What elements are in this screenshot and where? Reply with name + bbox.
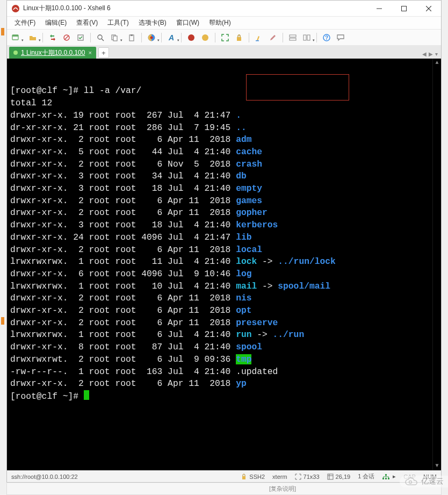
listing-row: drwxr-xr-x. 2 root root 6 Apr 11 2018 pr… — [10, 317, 438, 329]
paste-icon[interactable] — [126, 32, 137, 43]
separator — [249, 33, 249, 42]
separator — [316, 33, 317, 42]
xftp-icon[interactable] — [200, 32, 211, 43]
listing-row: drwxr-xr-x. 3 root root 18 Jul 4 21:40 k… — [10, 219, 438, 232]
maximize-button[interactable] — [392, 1, 416, 17]
menu-window[interactable]: 窗口(W) — [172, 17, 204, 28]
tab-next-icon[interactable]: ▶ — [429, 51, 433, 57]
status-sessions: 1 会话 — [358, 472, 374, 480]
titlebar[interactable]: Linux十期10.0.0.100 - Xshell 6 — [7, 1, 441, 17]
listing-row: drwxr-xr-x. 2 root root 6 Apr 11 2018 go… — [10, 207, 438, 219]
svg-rect-22 — [290, 35, 296, 37]
font-icon[interactable]: A▾ — [166, 32, 177, 43]
minimize-button[interactable] — [367, 1, 392, 17]
listing-row: drwxr-xr-x. 3 root root 34 Jul 4 21:40 d… — [10, 170, 438, 183]
scroll-down-icon[interactable]: ▼ — [435, 462, 438, 470]
listing-row: drwxr-xr-x. 3 root root 18 Jul 4 21:40 e… — [10, 183, 438, 195]
session-tab[interactable]: 1 Linux十期10.0.0.100 × — [9, 47, 96, 59]
status-network-icon: ▸ — [382, 473, 396, 480]
svg-rect-15 — [131, 34, 133, 36]
cursor — [84, 390, 89, 400]
listing-row: drwxr-xr-x. 2 root root 6 Nov 5 2018 cra… — [10, 159, 438, 171]
menu-edit[interactable]: 编辑(E) — [41, 17, 71, 28]
xshell-icon[interactable] — [186, 32, 197, 43]
svg-rect-21 — [256, 40, 259, 41]
status-path: ssh://root@10.0.0.100:22 — [11, 474, 233, 480]
terminal-pane[interactable]: [root@clf ~]# ll -a /var/total 12drwxr-x… — [7, 59, 441, 470]
svg-line-8 — [64, 35, 69, 40]
new-session-icon[interactable]: ▾ — [10, 32, 21, 43]
tab-nav: ◀ ▶ ▾ — [422, 51, 438, 57]
fullscreen-icon[interactable] — [220, 32, 230, 43]
app-window: Linux十期10.0.0.100 - Xshell 6 文件(F) 编辑(E)… — [6, 0, 442, 483]
menu-view[interactable]: 查看(V) — [72, 17, 102, 28]
listing-row: drwxr-xr-x. 24 root root 4096 Jul 4 21:4… — [10, 232, 438, 244]
tab-prev-icon[interactable]: ◀ — [422, 51, 427, 57]
edit-icon[interactable] — [268, 32, 278, 43]
svg-rect-28 — [242, 476, 245, 479]
scroll-up-icon[interactable]: ▲ — [435, 59, 438, 67]
listing-row: drwxr-xr-x. 6 root root 4096 Jul 9 10:46… — [10, 268, 438, 281]
menu-tools[interactable]: 工具(T) — [103, 17, 133, 28]
listing-row: drwxr-xr-x. 2 root root 6 Apr 11 2018 ga… — [10, 195, 438, 207]
listing-row: drwxr-xr-x. 2 root root 6 Apr 11 2018 lo… — [10, 244, 438, 256]
menubar: 文件(F) 编辑(E) 查看(V) 工具(T) 选项卡(B) 窗口(W) 帮助(… — [7, 17, 441, 30]
tab-label: 1 Linux十期10.0.0.100 — [21, 48, 85, 58]
svg-rect-20 — [237, 37, 241, 41]
status-term: xterm — [272, 474, 287, 480]
window-title: Linux十期10.0.0.100 - Xshell 6 — [23, 4, 111, 13]
status-ssh: SSH2 — [241, 474, 265, 480]
listing-row: drwxrwxrwt. 2 root root 6 Jul 9 09:36 tm… — [10, 354, 438, 366]
tab-add-button[interactable]: + — [98, 47, 109, 58]
highlight-icon[interactable] — [254, 32, 264, 43]
svg-point-17 — [150, 36, 153, 39]
toolbar: ▾ ▾ ▾ ▾ A▾ ▾ ? — [7, 30, 441, 46]
svg-point-10 — [98, 35, 102, 39]
status-size: 71x33 — [295, 474, 320, 480]
tile-v-icon[interactable]: ▾ — [301, 32, 312, 43]
status-pos: 26,19 — [327, 474, 351, 480]
bottom-note: [复杂说明] — [269, 485, 296, 493]
tab-list-icon[interactable]: ▾ — [435, 51, 438, 57]
listing-row: drwxr-xr-x. 8 root root 87 Jul 4 21:40 s… — [10, 341, 438, 354]
watermark-text: 亿速云 — [421, 477, 444, 486]
external-bottom-strip: [复杂说明] — [6, 483, 442, 495]
listing-row: drwxr-xr-x. 2 root root 6 Apr 11 2018 ni… — [10, 292, 438, 305]
menu-help[interactable]: 帮助(H) — [205, 17, 235, 28]
svg-rect-6 — [12, 35, 18, 37]
lock-icon[interactable] — [234, 32, 244, 43]
status-dot-icon — [13, 51, 18, 55]
svg-rect-33 — [385, 478, 387, 479]
listing-row: lrwxrwxrwx. 1 root root 6 Jul 4 21:40 ru… — [10, 329, 438, 341]
watermark: 亿速云 — [400, 476, 448, 487]
disconnect-icon[interactable] — [61, 32, 72, 43]
help-icon[interactable]: ? — [321, 32, 332, 43]
svg-rect-24 — [304, 35, 306, 40]
open-session-icon[interactable]: ▾ — [27, 32, 38, 43]
color-icon[interactable]: ▾ — [146, 32, 157, 43]
svg-rect-32 — [382, 478, 384, 479]
menu-tabs[interactable]: 选项卡(B) — [134, 17, 171, 28]
svg-rect-35 — [385, 474, 387, 476]
svg-rect-23 — [290, 38, 296, 40]
svg-point-19 — [202, 34, 208, 41]
separator — [283, 33, 283, 42]
app-icon — [11, 4, 20, 13]
chat-icon[interactable] — [335, 32, 346, 43]
svg-point-0 — [12, 5, 19, 12]
listing-row: lrwxrwxrwx. 1 root root 10 Jul 4 21:40 m… — [10, 281, 438, 293]
close-button[interactable] — [416, 1, 441, 17]
transfer-icon[interactable] — [47, 32, 58, 43]
external-left-edge — [0, 27, 5, 457]
separator — [141, 33, 142, 42]
terminal-scrollbar[interactable]: ▲ ▼ — [432, 59, 441, 470]
search-icon[interactable] — [95, 32, 106, 43]
svg-rect-2 — [402, 6, 407, 11]
svg-rect-13 — [113, 36, 117, 41]
listing-row: drwxr-xr-x. 2 root root 6 Apr 11 2018 yp — [10, 378, 438, 390]
reconnect-icon[interactable] — [75, 32, 86, 43]
tab-close-icon[interactable]: × — [88, 49, 91, 56]
copy-icon[interactable]: ▾ — [109, 32, 120, 43]
menu-file[interactable]: 文件(F) — [10, 17, 40, 28]
tile-h-icon[interactable] — [287, 32, 298, 43]
